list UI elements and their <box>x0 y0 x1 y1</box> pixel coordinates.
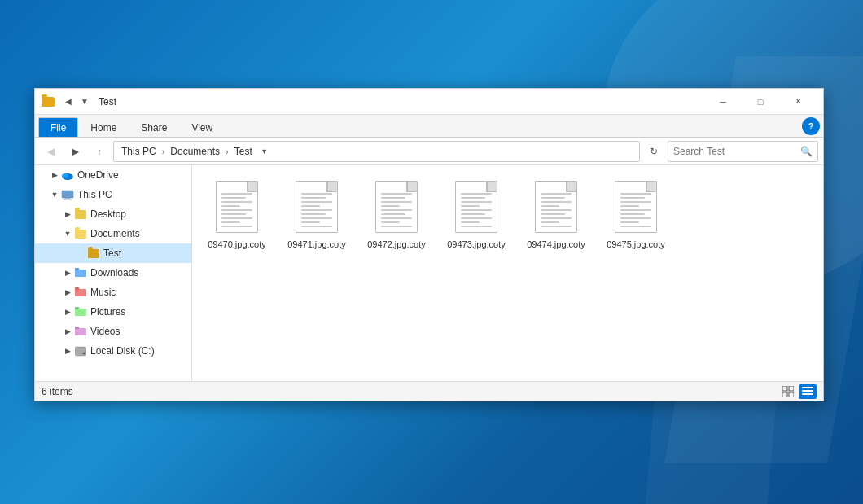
onedrive-icon <box>61 169 74 182</box>
doc-icon-3 <box>375 181 418 233</box>
sidebar-item-local-disk[interactable]: ▶ Local Disk (C:) <box>35 341 191 361</box>
file-icon-wrapper-4 <box>452 178 501 235</box>
test-folder-icon <box>87 247 100 260</box>
file-name-4: 09473.jpg.coty <box>447 239 506 250</box>
breadcrumb-test[interactable]: Test <box>232 144 255 159</box>
this-pc-icon <box>61 188 74 201</box>
breadcrumb-sep-2: › <box>226 147 229 156</box>
qa-back-button[interactable]: ◀ <box>61 94 76 109</box>
svg-rect-16 <box>789 386 794 391</box>
file-item-4[interactable]: 09473.jpg.coty <box>440 173 513 255</box>
file-name-1: 09470.jpg.coty <box>208 239 266 250</box>
grid-view-button[interactable] <box>779 384 797 399</box>
window-title: Test <box>99 96 704 107</box>
doc-icon-6 <box>615 181 657 233</box>
svg-rect-15 <box>782 386 787 391</box>
music-icon <box>74 286 87 299</box>
sidebar-label-local-disk: Local Disk (C:) <box>90 345 155 357</box>
expand-local-disk[interactable]: ▶ <box>61 344 74 357</box>
tab-file[interactable]: File <box>38 117 78 137</box>
sidebar-item-music[interactable]: ▶ Music <box>35 283 191 302</box>
file-icon-wrapper-5 <box>532 178 580 235</box>
file-name-5: 09474.jpg.coty <box>527 239 585 250</box>
sidebar-item-this-pc[interactable]: ▼ This PC <box>35 185 191 204</box>
close-button[interactable]: ✕ <box>779 89 817 115</box>
svg-point-1 <box>62 173 68 178</box>
search-bar[interactable]: 🔍 <box>668 141 818 162</box>
expand-documents[interactable]: ▼ <box>61 227 74 240</box>
list-view-button[interactable] <box>799 384 817 399</box>
sidebar-label-pictures: Pictures <box>90 306 125 318</box>
expand-videos[interactable]: ▶ <box>61 325 74 338</box>
address-dropdown-button[interactable]: ▼ <box>258 141 271 162</box>
file-icon-wrapper-1 <box>212 178 261 235</box>
refresh-button[interactable]: ↻ <box>643 141 664 162</box>
breadcrumb-sep-1: › <box>162 147 165 156</box>
qa-forward-button[interactable]: ▼ <box>77 94 92 109</box>
doc-icon-1 <box>216 181 258 233</box>
maximize-button[interactable]: □ <box>742 89 779 115</box>
file-icon-wrapper-3 <box>372 178 421 235</box>
expand-this-pc[interactable]: ▼ <box>48 188 61 201</box>
svg-rect-9 <box>75 309 86 316</box>
expand-onedrive[interactable]: ▶ <box>48 169 61 182</box>
sidebar-item-documents[interactable]: ▼ Documents <box>35 224 191 243</box>
file-icon-wrapper-2 <box>292 178 341 235</box>
breadcrumb-this-pc[interactable]: This PC <box>119 144 159 159</box>
videos-icon <box>74 325 87 338</box>
back-button[interactable]: ◀ <box>40 141 61 162</box>
sidebar-item-onedrive[interactable]: ▶ OneDrive <box>35 165 191 185</box>
expand-downloads[interactable]: ▶ <box>61 266 74 279</box>
sidebar-item-pictures[interactable]: ▶ Pictures <box>35 302 191 322</box>
minimize-button[interactable]: ─ <box>704 89 742 115</box>
desktop-icon <box>74 208 87 221</box>
sidebar: ▶ OneDrive ▼ <box>35 165 192 381</box>
svg-rect-17 <box>782 392 787 397</box>
search-input[interactable] <box>673 146 800 157</box>
sidebar-label-downloads: Downloads <box>90 267 138 278</box>
search-icon[interactable]: 🔍 <box>800 146 813 157</box>
sidebar-item-videos[interactable]: ▶ Videos <box>35 322 191 341</box>
svg-rect-8 <box>75 287 79 290</box>
sidebar-item-desktop[interactable]: ▶ Desktop <box>35 204 191 224</box>
forward-button[interactable]: ▶ <box>64 141 85 162</box>
up-button[interactable]: ↑ <box>89 141 110 162</box>
doc-icon-2 <box>296 181 338 233</box>
svg-rect-18 <box>789 392 794 397</box>
window-controls: ─ □ ✕ <box>704 89 817 115</box>
file-item-2[interactable]: 09471.jpg.coty <box>280 173 353 255</box>
file-name-3: 09472.jpg.coty <box>367 239 426 250</box>
sidebar-label-music: Music <box>90 287 116 298</box>
svg-rect-20 <box>802 390 813 392</box>
sidebar-item-downloads[interactable]: ▶ Downloads <box>35 263 191 283</box>
file-item-1[interactable]: 09470.jpg.coty <box>200 173 274 255</box>
file-item-6[interactable]: 09475.jpg.coty <box>599 173 672 255</box>
svg-rect-4 <box>64 199 72 199</box>
sidebar-label-test: Test <box>103 248 121 259</box>
expand-desktop[interactable]: ▶ <box>61 208 74 221</box>
downloads-icon <box>74 266 87 279</box>
help-button[interactable]: ? <box>802 117 820 135</box>
svg-rect-5 <box>75 270 86 277</box>
tab-share[interactable]: Share <box>129 117 179 137</box>
file-content-area: 09470.jpg.coty <box>192 165 823 381</box>
status-bar: 6 items <box>35 381 823 401</box>
navigation-bar: ◀ ▶ ↑ This PC › Documents › Test ▼ ↻ 🔍 <box>35 138 823 165</box>
svg-rect-2 <box>62 191 73 198</box>
local-disk-icon <box>74 344 87 357</box>
svg-rect-11 <box>75 328 86 335</box>
tab-view[interactable]: View <box>179 117 225 137</box>
sidebar-label-documents: Documents <box>90 228 140 239</box>
address-bar[interactable]: This PC › Documents › Test ▼ <box>113 141 640 162</box>
breadcrumb-documents[interactable]: Documents <box>168 144 222 159</box>
expand-pictures[interactable]: ▶ <box>61 305 74 318</box>
tab-home[interactable]: Home <box>78 117 129 137</box>
file-item-5[interactable]: 09474.jpg.coty <box>519 173 593 255</box>
window-icon <box>42 94 56 109</box>
expand-music[interactable]: ▶ <box>61 286 74 299</box>
sidebar-item-test[interactable]: Test <box>35 243 191 263</box>
sidebar-label-onedrive: OneDrive <box>77 169 119 181</box>
sidebar-label-desktop: Desktop <box>90 208 126 220</box>
pictures-icon <box>74 305 87 318</box>
file-item-3[interactable]: 09472.jpg.coty <box>360 173 433 255</box>
